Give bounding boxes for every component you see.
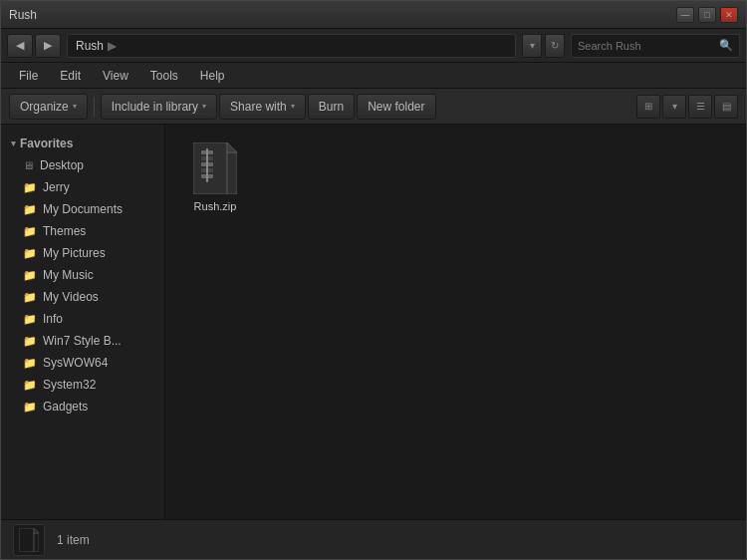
file-grid: Rush.zip — [175, 135, 736, 218]
view-dropdown-btn[interactable]: ▾ — [662, 95, 686, 119]
zip-icon-svg — [193, 142, 237, 194]
sidebar-favorites-group[interactable]: ▾ Favorites — [1, 133, 164, 154]
sidebar: ▾ Favorites 🖥 Desktop 📁 Jerry 📁 My Docum… — [1, 125, 165, 519]
new-folder-button[interactable]: New folder — [357, 94, 435, 120]
sidebar-item-syswow64[interactable]: 📁 SysWOW64 — [1, 352, 164, 374]
sidebar-item-jerry-label: Jerry — [43, 180, 70, 194]
new-folder-label: New folder — [368, 100, 424, 114]
address-bar: ◀ ▶ Rush ▶ ▾ ↻ 🔍 — [1, 29, 746, 63]
burn-label: Burn — [319, 100, 344, 114]
toolbar-separator-1 — [94, 97, 95, 117]
sidebar-item-system32[interactable]: 📁 System32 — [1, 374, 164, 396]
sidebar-item-my-pictures[interactable]: 📁 My Pictures — [1, 242, 164, 264]
menu-help[interactable]: Help — [190, 66, 235, 86]
jerry-folder-icon: 📁 — [23, 181, 37, 194]
sidebar-item-desktop[interactable]: 🖥 Desktop — [1, 154, 164, 176]
svg-marker-2 — [227, 142, 237, 152]
nav-buttons: ◀ ▶ — [7, 34, 61, 58]
sidebar-item-gadgets[interactable]: 📁 Gadgets — [1, 396, 164, 418]
sidebar-item-my-pictures-label: My Pictures — [43, 246, 106, 260]
menu-bar: File Edit View Tools Help — [1, 63, 746, 89]
share-with-button[interactable]: Share with ▾ — [219, 94, 306, 120]
status-icon-svg — [19, 528, 39, 552]
sidebar-item-desktop-label: Desktop — [40, 158, 84, 172]
sidebar-item-win7-label: Win7 Style B... — [43, 334, 122, 348]
search-icon: 🔍 — [719, 39, 733, 52]
desktop-icon: 🖥 — [23, 159, 34, 171]
info-icon: 📁 — [23, 313, 37, 326]
syswow64-icon: 📁 — [23, 357, 37, 370]
organize-label: Organize — [20, 100, 69, 114]
burn-button[interactable]: Burn — [308, 94, 355, 120]
details-view-btn[interactable]: ☰ — [688, 95, 712, 119]
menu-file[interactable]: File — [9, 66, 48, 86]
maximize-button[interactable]: □ — [698, 7, 716, 23]
sidebar-item-my-videos-label: My Videos — [43, 290, 99, 304]
details-btn-2[interactable]: ▤ — [714, 95, 738, 119]
path-arrow: ▶ — [108, 39, 117, 53]
svg-rect-10 — [34, 533, 39, 552]
my-music-icon: 📁 — [23, 269, 37, 282]
svg-rect-1 — [227, 152, 237, 194]
sidebar-item-themes[interactable]: 📁 Themes — [1, 220, 164, 242]
sidebar-item-win7[interactable]: 📁 Win7 Style B... — [1, 330, 164, 352]
file-item-rush-zip[interactable]: Rush.zip — [175, 135, 255, 218]
file-area[interactable]: Rush.zip — [165, 125, 746, 519]
include-label: Include in library — [112, 100, 198, 114]
title-bar-left: Rush — [9, 8, 37, 22]
refresh-button[interactable]: ↻ — [545, 34, 565, 58]
sidebar-item-my-music-label: My Music — [43, 268, 94, 282]
sidebar-item-gadgets-label: Gadgets — [43, 400, 88, 414]
svg-rect-9 — [19, 528, 34, 552]
main-window: Rush — □ ✕ ◀ ▶ Rush ▶ ▾ ↻ 🔍 File Edit Vi… — [0, 0, 747, 560]
menu-view[interactable]: View — [93, 66, 138, 86]
sidebar-item-my-music[interactable]: 📁 My Music — [1, 264, 164, 286]
sidebar-item-themes-label: Themes — [43, 224, 86, 238]
themes-icon: 📁 — [23, 225, 37, 238]
gadgets-icon: 📁 — [23, 401, 37, 414]
sidebar-item-system32-label: System32 — [43, 378, 96, 392]
file-icon-rush-zip — [191, 140, 239, 196]
status-file-icon — [13, 524, 45, 556]
svg-rect-8 — [206, 148, 208, 182]
include-arrow-icon: ▾ — [202, 102, 206, 111]
toolbar: Organize ▾ Include in library ▾ Share wi… — [1, 89, 746, 125]
share-arrow-icon: ▾ — [291, 102, 295, 111]
address-controls: ▾ ↻ — [522, 34, 565, 58]
my-videos-icon: 📁 — [23, 291, 37, 304]
sidebar-item-my-videos[interactable]: 📁 My Videos — [1, 286, 164, 308]
sidebar-item-info-label: Info — [43, 312, 63, 326]
sidebar-item-my-documents[interactable]: 📁 My Documents — [1, 198, 164, 220]
minimize-button[interactable]: — — [676, 7, 694, 23]
close-button[interactable]: ✕ — [720, 7, 738, 23]
status-count: 1 item — [57, 533, 90, 547]
status-bar: 1 item — [1, 519, 746, 559]
include-library-button[interactable]: Include in library ▾ — [101, 94, 217, 120]
dropdown-button[interactable]: ▾ — [522, 34, 542, 58]
back-button[interactable]: ◀ — [7, 34, 33, 58]
path-label: Rush — [76, 39, 104, 53]
main-content: ▾ Favorites 🖥 Desktop 📁 Jerry 📁 My Docum… — [1, 125, 746, 519]
window-title: Rush — [9, 8, 37, 22]
win7-icon: 📁 — [23, 335, 37, 348]
title-bar-controls: — □ ✕ — [676, 7, 738, 23]
address-path[interactable]: Rush ▶ — [67, 34, 516, 58]
svg-marker-11 — [34, 528, 39, 533]
menu-tools[interactable]: Tools — [140, 66, 188, 86]
file-name-rush-zip: Rush.zip — [194, 200, 237, 212]
menu-edit[interactable]: Edit — [50, 66, 91, 86]
sidebar-item-jerry[interactable]: 📁 Jerry — [1, 176, 164, 198]
forward-button[interactable]: ▶ — [35, 34, 61, 58]
search-box[interactable]: 🔍 — [571, 34, 740, 58]
view-icon-btn[interactable]: ⊞ — [636, 95, 660, 119]
organize-button[interactable]: Organize ▾ — [9, 94, 88, 120]
sidebar-item-info[interactable]: 📁 Info — [1, 308, 164, 330]
my-pictures-icon: 📁 — [23, 247, 37, 260]
my-documents-icon: 📁 — [23, 203, 37, 216]
title-bar: Rush — □ ✕ — [1, 1, 746, 29]
search-input[interactable] — [578, 40, 715, 52]
toolbar-right: ⊞ ▾ ☰ ▤ — [636, 95, 738, 119]
chevron-icon: ▾ — [11, 139, 16, 148]
sidebar-item-my-documents-label: My Documents — [43, 202, 123, 216]
organize-arrow-icon: ▾ — [73, 102, 77, 111]
